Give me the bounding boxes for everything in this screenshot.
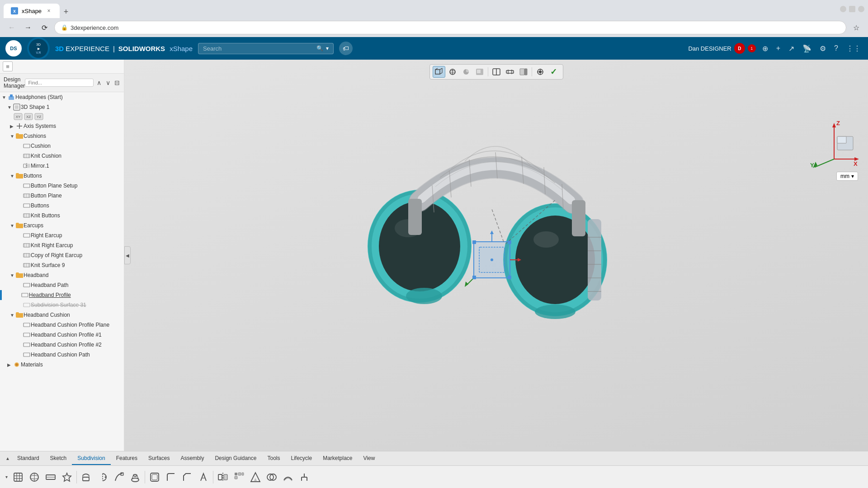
collapse-arrow[interactable]: ▼ — [10, 223, 15, 228]
tab-features[interactable]: Features — [111, 452, 143, 465]
tab-view[interactable]: View — [358, 452, 381, 465]
settings-icon[interactable]: ⚙ — [818, 42, 828, 55]
bi-sphere-icon[interactable] — [27, 469, 42, 485]
collapse-arrow[interactable]: ▼ — [2, 95, 7, 100]
tree-item-right-earcup[interactable]: Right Earcup — [0, 230, 124, 240]
tab-lifecycle[interactable]: Lifecycle — [285, 452, 317, 465]
collapse-arrow[interactable]: ▼ — [10, 313, 15, 318]
tab-close-button[interactable]: × — [45, 7, 52, 14]
tag-button[interactable]: 🏷 — [339, 42, 353, 55]
tab-assembly[interactable]: Assembly — [175, 452, 209, 465]
unit-dropdown[interactable]: mm ▾ — [836, 172, 858, 181]
bi-loft-icon[interactable] — [127, 469, 143, 485]
user-avatar[interactable]: D — [734, 43, 745, 54]
sidebar-filter-icon[interactable]: ⊟ — [113, 78, 121, 87]
collapse-arrow[interactable]: ▼ — [10, 134, 15, 139]
tree-item-button-plane-setup[interactable]: Button Plane Setup — [0, 181, 124, 191]
tree-item-headband-cushion[interactable]: ▼ Headband Cushion — [0, 310, 124, 320]
tree-item-materials[interactable]: ▶ Materials — [0, 360, 124, 370]
bi-join-icon[interactable] — [297, 469, 312, 485]
tree-item-cushion[interactable]: Cushion — [0, 141, 124, 151]
add-icon[interactable]: + — [774, 42, 782, 54]
bookmark-button[interactable]: ☆ — [850, 21, 863, 34]
bi-boolean-icon[interactable] — [264, 469, 279, 485]
bi-star-icon[interactable] — [59, 469, 75, 485]
bi-scale-icon[interactable] — [248, 469, 263, 485]
tree-item-hc-profile2[interactable]: Headband Cushion Profile #2 — [0, 340, 124, 350]
tree-item-headband-path[interactable]: Headband Path — [0, 280, 124, 290]
expand-bottom-bar[interactable]: ▲ — [4, 454, 12, 463]
search-input[interactable] — [203, 45, 314, 52]
broadcast-icon[interactable]: 📡 — [801, 42, 813, 55]
active-tab[interactable]: x xShape × — [4, 4, 60, 18]
shading-button[interactable] — [460, 66, 472, 78]
expand-arrow[interactable]: ▶ — [7, 362, 13, 367]
collapse-arrow[interactable]: ▼ — [10, 273, 15, 278]
tab-tools[interactable]: Tools — [262, 452, 285, 465]
tree-item-earcups[interactable]: ▼ Earcups — [0, 221, 124, 230]
check-button[interactable]: ✓ — [547, 66, 560, 78]
sidebar-arrow-up[interactable]: ∧ — [95, 78, 103, 87]
tab-sketch[interactable]: Sketch — [45, 452, 72, 465]
close-button[interactable] — [858, 6, 864, 12]
tab-surfaces[interactable]: Surfaces — [143, 452, 175, 465]
tree-item-cushions[interactable]: ▼ Cushions — [0, 131, 124, 141]
tab-design-guidance[interactable]: Design Guidance — [209, 452, 262, 465]
notification-badge[interactable]: 1 — [748, 44, 756, 52]
tree-item-buttons[interactable]: ▼ Buttons — [0, 171, 124, 181]
sidebar-arrow-down[interactable]: ∨ — [104, 78, 112, 87]
grid-icon[interactable]: ⋮⋮ — [844, 42, 863, 55]
restore-button[interactable] — [849, 6, 855, 12]
bi-mirror-icon[interactable] — [215, 469, 231, 485]
header-search[interactable]: 🔍 ▾ — [198, 43, 334, 54]
tree-item-button-plane[interactable]: Button Plane — [0, 191, 124, 201]
bi-pattern-icon[interactable] — [231, 469, 247, 485]
shading2-button[interactable] — [473, 66, 486, 78]
bi-revolve-icon[interactable] — [95, 469, 110, 485]
perspective-button[interactable] — [446, 66, 459, 78]
tree-item-knit-right-earcup[interactable]: Knit Right Earcup — [0, 240, 124, 250]
tree-item-subdivision-surface31[interactable]: Subdivision Surface 31 — [0, 300, 124, 310]
bi-thickness-icon[interactable] — [280, 469, 296, 485]
compass-icon[interactable]: ⊕ — [760, 42, 770, 55]
expand-arrow[interactable]: ▶ — [10, 124, 15, 129]
sidebar-search-input[interactable] — [25, 79, 94, 87]
section-button[interactable] — [490, 66, 503, 78]
tree-item-hc-path[interactable]: Headband Cushion Path — [0, 350, 124, 360]
bi-chamfer-icon[interactable] — [179, 469, 195, 485]
tab-standard[interactable]: Standard — [12, 452, 45, 465]
tree-item-hc-profile-plane[interactable]: Headband Cushion Profile Plane — [0, 320, 124, 330]
collapse-sidebar-button[interactable]: ◀ — [124, 246, 131, 264]
tree-item-knit-surface9[interactable]: Knit Surface 9 — [0, 260, 124, 270]
bi-fillet-icon[interactable] — [163, 469, 179, 485]
measure-button[interactable] — [504, 66, 516, 78]
app-nav-widget[interactable]: 3D ▶ V.R — [27, 37, 50, 60]
back-button[interactable]: ← — [5, 21, 18, 34]
tab-subdivision[interactable]: Subdivision — [72, 452, 110, 465]
tree-item-axis-systems[interactable]: ▶ Axis Systems — [0, 121, 124, 131]
tree-item-mirror1[interactable]: Mirror.1 — [0, 161, 124, 171]
viewport[interactable]: ✓ ◀ — [124, 60, 868, 451]
view-3d-button[interactable] — [433, 66, 445, 78]
tree-item-copy-right-earcup[interactable]: Copy of Right Earcup — [0, 250, 124, 260]
help-icon[interactable]: ? — [832, 42, 840, 54]
tab-marketplace[interactable]: Marketplace — [317, 452, 358, 465]
bi-box-icon[interactable] — [10, 469, 26, 485]
snap-button[interactable] — [534, 66, 547, 78]
new-tab-button[interactable]: + — [60, 5, 72, 18]
minimize-button[interactable] — [840, 6, 846, 12]
tree-item-hc-profile1[interactable]: Headband Cushion Profile #1 — [0, 330, 124, 340]
forward-button[interactable]: → — [22, 21, 34, 34]
collapse-bottom-bar[interactable]: ▾ — [4, 473, 9, 481]
bi-plane-icon[interactable] — [43, 469, 58, 485]
tree-item-3dshape1[interactable]: ▼ 3D Shape 1 — [0, 102, 124, 112]
tree-item-headband-profile[interactable]: Headband Profile — [0, 290, 124, 300]
sidebar-icon-1[interactable]: ≡ — [3, 61, 13, 71]
address-input[interactable]: 🔒 3dexperience.com — [54, 21, 846, 34]
collapse-arrow[interactable]: ▼ — [10, 174, 15, 178]
tree-item-knit-cushion[interactable]: Knit Cushion — [0, 151, 124, 161]
search-dropdown-icon[interactable]: ▾ — [326, 45, 329, 52]
share-icon[interactable]: ↗ — [787, 42, 796, 55]
bi-shell-icon[interactable] — [147, 469, 162, 485]
tree-item-buttons-item[interactable]: Buttons — [0, 201, 124, 211]
